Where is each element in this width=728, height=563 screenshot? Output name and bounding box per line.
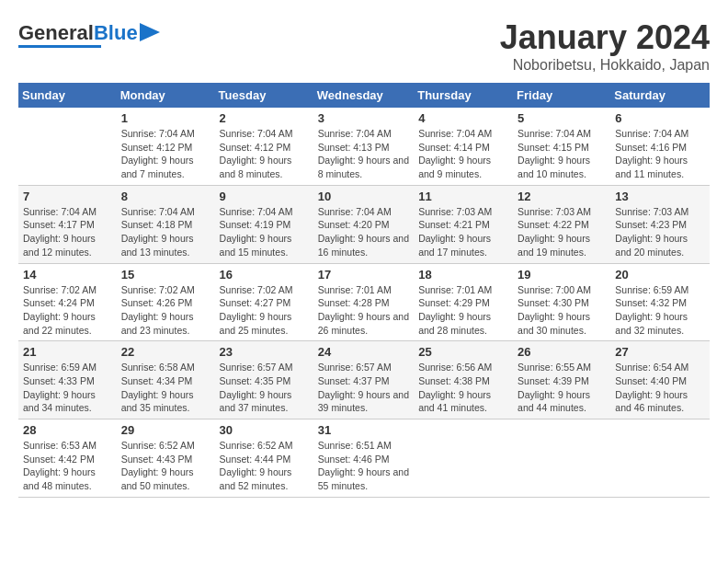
- svg-marker-0: [140, 23, 160, 41]
- calendar-week-row: 7 Sunrise: 7:04 AM Sunset: 4:17 PM Dayli…: [18, 185, 710, 263]
- cell-sunrise: Sunrise: 6:52 AM: [121, 440, 195, 451]
- day-number: 2: [220, 111, 309, 125]
- calendar-cell: 8 Sunrise: 7:04 AM Sunset: 4:18 PM Dayli…: [117, 185, 215, 263]
- cell-daylight: Daylight: 9 hours and 46 minutes.: [615, 389, 688, 414]
- calendar-cell: 17 Sunrise: 7:01 AM Sunset: 4:28 PM Dayl…: [313, 263, 414, 341]
- cell-sunset: Sunset: 4:23 PM: [615, 219, 687, 230]
- cell-sunrise: Sunrise: 7:01 AM: [418, 284, 492, 295]
- cell-daylight: Daylight: 9 hours and 16 minutes.: [318, 233, 409, 258]
- calendar-week-row: 28 Sunrise: 6:53 AM Sunset: 4:42 PM Dayl…: [18, 419, 710, 498]
- cell-daylight: Daylight: 9 hours and 55 minutes.: [318, 466, 409, 491]
- cell-sunset: Sunset: 4:40 PM: [615, 375, 687, 386]
- cell-sunrise: Sunrise: 7:04 AM: [121, 206, 195, 217]
- day-number: 22: [121, 345, 210, 359]
- cell-sunrise: Sunrise: 7:03 AM: [418, 206, 492, 217]
- cell-daylight: Daylight: 9 hours and 34 minutes.: [23, 389, 96, 414]
- cell-daylight: Daylight: 9 hours and 20 minutes.: [615, 233, 688, 258]
- day-number: 24: [318, 345, 409, 359]
- calendar-week-row: 14 Sunrise: 7:02 AM Sunset: 4:24 PM Dayl…: [18, 263, 710, 341]
- day-number: 9: [220, 190, 309, 203]
- cell-sunrise: Sunrise: 7:04 AM: [518, 128, 591, 139]
- cell-daylight: Daylight: 9 hours and 50 minutes.: [121, 466, 194, 491]
- day-number: 3: [318, 111, 409, 125]
- calendar-table: Sunday Monday Tuesday Wednesday Thursday…: [18, 83, 710, 498]
- logo-arrow-icon: [140, 23, 160, 41]
- day-number: 23: [220, 345, 309, 359]
- cell-sunset: Sunset: 4:12 PM: [220, 142, 291, 153]
- calendar-week-row: 1 Sunrise: 7:04 AM Sunset: 4:12 PM Dayli…: [18, 108, 710, 185]
- cell-daylight: Daylight: 9 hours and 41 minutes.: [418, 389, 491, 414]
- cell-sunrise: Sunrise: 6:59 AM: [615, 284, 688, 295]
- cell-sunset: Sunset: 4:27 PM: [220, 297, 291, 308]
- cell-daylight: Daylight: 9 hours and 44 minutes.: [518, 389, 590, 414]
- cell-daylight: Daylight: 9 hours and 39 minutes.: [318, 389, 409, 414]
- cell-sunrise: Sunrise: 6:51 AM: [318, 440, 392, 451]
- cell-daylight: Daylight: 9 hours and 48 minutes.: [23, 466, 96, 491]
- day-number: 30: [220, 423, 309, 437]
- calendar-cell: [414, 419, 513, 498]
- calendar-cell: 30 Sunrise: 6:52 AM Sunset: 4:44 PM Dayl…: [215, 419, 313, 498]
- cell-sunset: Sunset: 4:32 PM: [615, 297, 687, 308]
- day-number: 12: [518, 190, 606, 203]
- cell-daylight: Daylight: 9 hours and 15 minutes.: [220, 233, 292, 258]
- header: GeneralBlue January 2024 Noboribetsu, Ho…: [18, 18, 710, 74]
- cell-daylight: Daylight: 9 hours and 23 minutes.: [121, 311, 194, 336]
- cell-sunset: Sunset: 4:38 PM: [418, 375, 490, 386]
- cell-sunset: Sunset: 4:26 PM: [121, 297, 193, 308]
- cell-sunset: Sunset: 4:42 PM: [23, 454, 95, 465]
- calendar-cell: 31 Sunrise: 6:51 AM Sunset: 4:46 PM Dayl…: [313, 419, 414, 498]
- cell-sunset: Sunset: 4:15 PM: [518, 142, 589, 153]
- cell-daylight: Daylight: 9 hours and 13 minutes.: [121, 233, 194, 258]
- cell-sunrise: Sunrise: 7:04 AM: [220, 206, 293, 217]
- cell-sunset: Sunset: 4:35 PM: [220, 375, 291, 386]
- calendar-cell: [513, 419, 610, 498]
- calendar-cell: 10 Sunrise: 7:04 AM Sunset: 4:20 PM Dayl…: [313, 185, 414, 263]
- cell-sunset: Sunset: 4:14 PM: [418, 142, 490, 153]
- calendar-cell: 18 Sunrise: 7:01 AM Sunset: 4:29 PM Dayl…: [414, 263, 513, 341]
- cell-daylight: Daylight: 9 hours and 11 minutes.: [615, 155, 688, 179]
- cell-sunrise: Sunrise: 7:02 AM: [121, 284, 195, 295]
- calendar-cell: 4 Sunrise: 7:04 AM Sunset: 4:14 PM Dayli…: [414, 108, 513, 185]
- calendar-cell: 12 Sunrise: 7:03 AM Sunset: 4:22 PM Dayl…: [513, 185, 610, 263]
- calendar-cell: 21 Sunrise: 6:59 AM Sunset: 4:33 PM Dayl…: [18, 341, 117, 419]
- cell-sunset: Sunset: 4:28 PM: [318, 297, 390, 308]
- header-monday: Monday: [117, 83, 215, 108]
- cell-daylight: Daylight: 9 hours and 10 minutes.: [518, 155, 590, 179]
- header-tuesday: Tuesday: [215, 83, 313, 108]
- cell-sunrise: Sunrise: 7:04 AM: [23, 206, 97, 217]
- cell-daylight: Daylight: 9 hours and 8 minutes.: [318, 155, 409, 179]
- cell-sunset: Sunset: 4:43 PM: [121, 454, 193, 465]
- cell-sunset: Sunset: 4:12 PM: [121, 142, 193, 153]
- cell-sunrise: Sunrise: 7:04 AM: [418, 128, 492, 139]
- day-number: 27: [615, 345, 705, 359]
- calendar-week-row: 21 Sunrise: 6:59 AM Sunset: 4:33 PM Dayl…: [18, 341, 710, 419]
- cell-sunset: Sunset: 4:16 PM: [615, 142, 687, 153]
- cell-sunset: Sunset: 4:19 PM: [220, 219, 291, 230]
- calendar-cell: 2 Sunrise: 7:04 AM Sunset: 4:12 PM Dayli…: [215, 108, 313, 185]
- cell-daylight: Daylight: 9 hours and 9 minutes.: [418, 155, 491, 179]
- logo: GeneralBlue: [18, 23, 160, 48]
- calendar-cell: 23 Sunrise: 6:57 AM Sunset: 4:35 PM Dayl…: [215, 341, 313, 419]
- cell-sunrise: Sunrise: 7:02 AM: [220, 284, 293, 295]
- cell-sunrise: Sunrise: 7:04 AM: [318, 128, 392, 139]
- day-number: 1: [121, 111, 210, 125]
- cell-sunrise: Sunrise: 7:04 AM: [220, 128, 293, 139]
- calendar-cell: [18, 108, 117, 185]
- cell-sunset: Sunset: 4:18 PM: [121, 219, 193, 230]
- calendar-cell: 11 Sunrise: 7:03 AM Sunset: 4:21 PM Dayl…: [414, 185, 513, 263]
- day-number: 28: [23, 423, 112, 437]
- cell-sunset: Sunset: 4:13 PM: [318, 142, 390, 153]
- header-wednesday: Wednesday: [313, 83, 414, 108]
- cell-sunset: Sunset: 4:20 PM: [318, 219, 390, 230]
- day-number: 20: [615, 268, 705, 282]
- day-number: 6: [615, 111, 705, 125]
- calendar-cell: 15 Sunrise: 7:02 AM Sunset: 4:26 PM Dayl…: [117, 263, 215, 341]
- calendar-cell: 22 Sunrise: 6:58 AM Sunset: 4:34 PM Dayl…: [117, 341, 215, 419]
- cell-sunrise: Sunrise: 7:04 AM: [121, 128, 195, 139]
- cell-daylight: Daylight: 9 hours and 19 minutes.: [518, 233, 590, 258]
- cell-sunset: Sunset: 4:17 PM: [23, 219, 95, 230]
- cell-daylight: Daylight: 9 hours and 25 minutes.: [220, 311, 292, 336]
- day-number: 21: [23, 345, 112, 359]
- calendar-cell: 29 Sunrise: 6:52 AM Sunset: 4:43 PM Dayl…: [117, 419, 215, 498]
- day-number: 5: [518, 111, 606, 125]
